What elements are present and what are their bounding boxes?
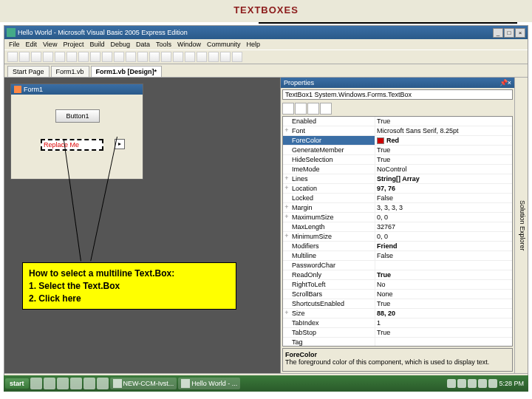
tab-form1-design[interactable]: Form1.vb [Design]* (91, 66, 163, 77)
properties-titlebar[interactable]: Properties 📌 × (281, 78, 514, 88)
properties-grid[interactable]: EnabledTrue+FontMicrosoft Sans Serif, 8.… (282, 116, 513, 347)
toolbar-button[interactable] (31, 52, 41, 62)
button1-control[interactable]: Button1 (55, 109, 100, 123)
toolbar-button[interactable] (90, 52, 100, 62)
toolbar-button[interactable] (55, 52, 65, 62)
property-value[interactable] (375, 338, 512, 347)
toolbar-button[interactable] (220, 52, 231, 62)
property-value[interactable]: None (375, 290, 512, 299)
tray-icon[interactable] (488, 379, 497, 388)
property-value[interactable]: True (375, 270, 512, 279)
toolbar-button[interactable] (137, 52, 148, 62)
alphabetical-button[interactable] (295, 103, 307, 115)
form1-surface[interactable]: Form1 Button1 Replace Me ▸ (10, 83, 143, 180)
toolbar-button[interactable] (66, 52, 77, 62)
property-value[interactable]: 97, 76 (375, 184, 512, 193)
expand-icon[interactable]: + (283, 309, 290, 318)
close-button[interactable]: × (515, 28, 525, 38)
minimize-button[interactable]: _ (493, 28, 503, 38)
property-row[interactable]: MaxLength32767 (283, 222, 512, 232)
menu-community[interactable]: Community (207, 41, 241, 48)
property-value[interactable]: 0, 0 (375, 213, 512, 222)
form-designer[interactable]: Form1 Button1 Replace Me ▸ How to select… (4, 78, 280, 373)
toolbar-button[interactable] (161, 52, 171, 62)
menu-edit[interactable]: Edit (26, 41, 38, 48)
menu-file[interactable]: File (9, 41, 20, 48)
tab-start-page[interactable]: Start Page (7, 66, 50, 77)
maximize-button[interactable]: □ (504, 28, 514, 38)
property-row[interactable]: +Margin3, 3, 3, 3 (283, 203, 512, 213)
quick-launch-icon[interactable] (97, 378, 109, 389)
property-value[interactable]: True (375, 117, 512, 126)
menu-tools[interactable]: Tools (156, 41, 171, 48)
toolbar-button[interactable] (102, 52, 112, 62)
toolbar-button[interactable] (126, 52, 136, 62)
panel-pin-icon[interactable]: 📌 (499, 79, 508, 86)
property-row[interactable]: ReadOnlyTrue (283, 270, 512, 280)
categorized-button[interactable] (282, 103, 294, 115)
property-value[interactable]: False (375, 251, 512, 260)
properties-object-selector[interactable]: TextBox1 System.Windows.Forms.TextBox (282, 89, 513, 100)
property-row[interactable]: +MaximumSize0, 0 (283, 213, 512, 222)
quick-launch-icon[interactable] (83, 378, 95, 389)
property-row[interactable]: Tag (283, 338, 512, 347)
property-row[interactable]: +Size88, 20 (283, 309, 512, 318)
expand-icon[interactable]: + (283, 174, 290, 183)
property-row[interactable]: +Location97, 76 (283, 184, 512, 194)
toolbar-button[interactable] (232, 52, 242, 62)
property-row[interactable]: ScrollBarsNone (283, 290, 512, 299)
menu-help[interactable]: Help (247, 41, 261, 48)
tray-icon[interactable] (457, 379, 466, 388)
property-value[interactable]: Red (375, 136, 512, 145)
property-value[interactable]: 88, 20 (375, 309, 512, 318)
quick-launch-icon[interactable] (57, 378, 69, 389)
property-row[interactable]: HideSelectionTrue (283, 155, 512, 165)
property-row[interactable]: TabIndex1 (283, 318, 512, 328)
property-value[interactable]: 1 (375, 318, 512, 327)
expand-icon[interactable]: + (283, 232, 290, 241)
expand-icon[interactable]: + (283, 126, 290, 135)
property-row[interactable]: ShortcutsEnabledTrue (283, 299, 512, 309)
properties-button[interactable] (307, 103, 319, 115)
property-row[interactable]: ImeModeNoControl (283, 165, 512, 174)
start-button[interactable]: start (5, 378, 29, 389)
quick-launch-icon[interactable] (70, 378, 82, 389)
toolbar-button[interactable] (208, 52, 219, 62)
solution-explorer-tab[interactable]: Solution Explorer (514, 78, 528, 373)
tray-icon[interactable] (447, 379, 456, 388)
windows-taskbar[interactable]: start NEW-CCM-Ivst... Hello World - ... … (4, 375, 528, 392)
property-value[interactable]: NoControl (375, 165, 512, 174)
panel-close-icon[interactable]: × (508, 79, 511, 86)
property-value[interactable]: True (375, 299, 512, 308)
property-row[interactable]: EnabledTrue (283, 117, 512, 126)
menu-project[interactable]: Project (63, 41, 83, 48)
property-value[interactable]: True (375, 146, 512, 154)
toolbar-button[interactable] (149, 52, 160, 62)
property-value[interactable]: 3, 3, 3, 3 (375, 203, 512, 212)
property-row[interactable]: TabStopTrue (283, 328, 512, 338)
property-row[interactable]: +FontMicrosoft Sans Serif, 8.25pt (283, 126, 512, 136)
menu-build[interactable]: Build (89, 41, 104, 48)
expand-icon[interactable]: + (283, 203, 290, 212)
property-row[interactable]: ForeColorRed (283, 136, 512, 146)
property-value[interactable]: 0, 0 (375, 232, 512, 241)
taskbar-item[interactable]: NEW-CCM-Ivst... (110, 378, 177, 389)
titlebar[interactable]: Hello World - Microsoft Visual Basic 200… (4, 26, 528, 39)
form1-client[interactable]: Button1 Replace Me ▸ (11, 95, 143, 177)
property-row[interactable]: PasswordChar (283, 261, 512, 270)
toolbar-button[interactable] (185, 52, 195, 62)
property-row[interactable]: MultilineFalse (283, 251, 512, 261)
toolbar-button[interactable] (78, 52, 89, 62)
clock[interactable]: 5:28 PM (499, 380, 524, 387)
toolbar-button[interactable] (7, 52, 18, 62)
toolbar-button[interactable] (19, 52, 30, 62)
events-button[interactable] (320, 103, 332, 115)
expand-icon[interactable]: + (283, 184, 290, 193)
taskbar-item[interactable]: Hello World - ... (178, 378, 240, 389)
property-value[interactable] (375, 261, 512, 270)
tab-form1-code[interactable]: Form1.vb (51, 66, 89, 77)
property-row[interactable]: ModifiersFriend (283, 242, 512, 251)
property-row[interactable]: LockedFalse (283, 194, 512, 203)
menu-debug[interactable]: Debug (110, 41, 130, 48)
quick-launch-icon[interactable] (44, 378, 55, 389)
